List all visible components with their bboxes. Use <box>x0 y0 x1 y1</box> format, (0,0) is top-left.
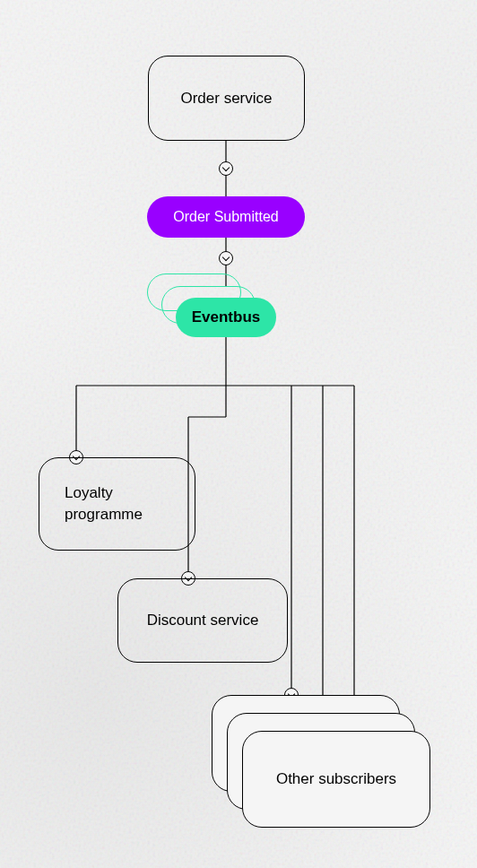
discount-service-node: Discount service <box>117 578 288 663</box>
loyalty-programme-label: Loyalty programme <box>65 482 143 525</box>
chevron-down-icon <box>219 161 233 176</box>
order-service-node: Order service <box>148 56 305 141</box>
loyalty-programme-node: Loyalty programme <box>39 457 195 551</box>
eventbus-label: Eventbus <box>192 308 261 326</box>
other-subscribers-node: Other subscribers <box>242 731 430 828</box>
order-submitted-label: Order Submitted <box>173 209 278 225</box>
other-subscribers-label: Other subscribers <box>276 770 396 788</box>
eventbus-node: Eventbus <box>176 298 276 337</box>
order-service-label: Order service <box>180 90 272 108</box>
chevron-down-icon <box>219 251 233 265</box>
discount-service-label: Discount service <box>147 612 259 629</box>
order-submitted-node: Order Submitted <box>147 196 305 238</box>
